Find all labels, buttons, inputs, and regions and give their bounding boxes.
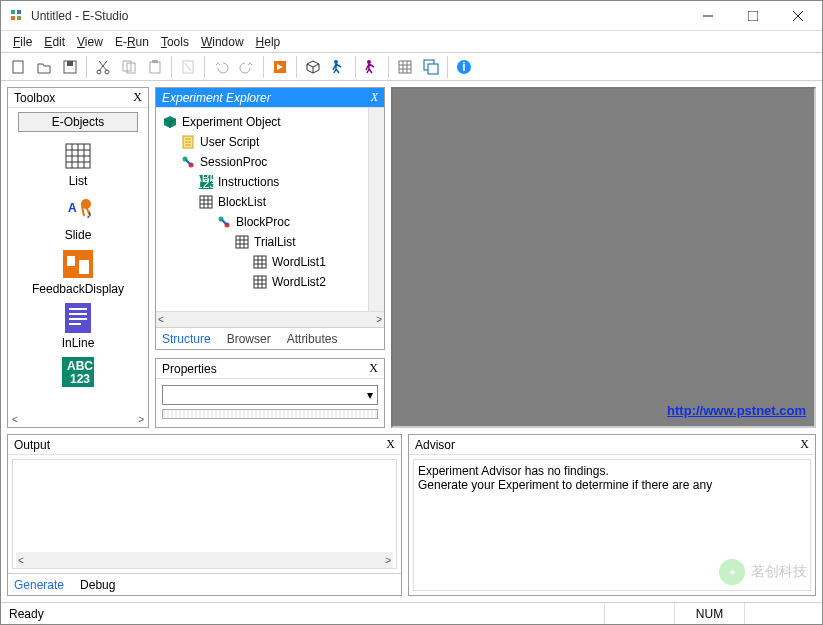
explorer-tabs: Structure Browser Attributes	[156, 327, 384, 349]
list-icon	[252, 274, 268, 290]
copy-icon[interactable]	[117, 55, 141, 79]
app-icon	[9, 8, 25, 24]
feedback-icon	[62, 248, 94, 280]
pstnet-link[interactable]: http://www.pstnet.com	[667, 403, 806, 418]
window-layout-icon[interactable]	[419, 55, 443, 79]
output-hscrollbar[interactable]: <>	[16, 552, 393, 568]
output-close-button[interactable]: X	[386, 437, 395, 452]
package-icon[interactable]	[301, 55, 325, 79]
toolbox-close-button[interactable]: X	[133, 90, 142, 105]
properties-title: Properties X	[156, 359, 384, 379]
svg-text:A: A	[68, 201, 77, 215]
proc-icon	[180, 154, 196, 170]
svg-rect-3	[17, 16, 21, 20]
tool-feedback[interactable]: FeedbackDisplay	[12, 246, 144, 298]
svg-point-20	[334, 60, 338, 64]
delete-icon[interactable]	[176, 55, 200, 79]
abc-icon: ABC123	[198, 174, 214, 190]
generate-icon[interactable]	[268, 55, 292, 79]
tree-node-sessionproc[interactable]: SessionProc	[158, 152, 382, 172]
statusbar: Ready NUM	[1, 602, 822, 624]
tab-structure[interactable]: Structure	[162, 332, 211, 346]
svg-rect-73	[254, 256, 266, 268]
menu-window[interactable]: Window	[195, 33, 250, 51]
explorer-title-label: Experiment Explorer	[162, 91, 271, 105]
info-icon[interactable]: i	[452, 55, 476, 79]
paste-icon[interactable]	[143, 55, 167, 79]
explorer-close-button[interactable]: X	[371, 90, 378, 105]
menu-file[interactable]: File	[7, 33, 38, 51]
tree-node-user-script[interactable]: User Script	[158, 132, 382, 152]
explorer-title: Experiment Explorer X	[156, 88, 384, 108]
tree-node-blocklist[interactable]: BlockList	[158, 192, 382, 212]
tab-debug[interactable]: Debug	[80, 578, 115, 592]
advisor-body: Experiment Advisor has no findings. Gene…	[413, 459, 811, 591]
svg-rect-10	[67, 61, 73, 66]
script-icon	[180, 134, 196, 150]
tree-node-experiment-object[interactable]: Experiment Object	[158, 112, 382, 132]
eobjects-button[interactable]: E-Objects	[18, 112, 138, 132]
tree-hscrollbar[interactable]: <>	[156, 311, 384, 327]
properties-selector[interactable]: ▾	[162, 385, 378, 405]
tree-node-instructions[interactable]: ABC123Instructions	[158, 172, 382, 192]
svg-text:123: 123	[70, 372, 90, 386]
menu-help[interactable]: Help	[250, 33, 287, 51]
toolbox-scrollbar[interactable]: <>	[12, 414, 144, 425]
titlebar: Untitled - E-Studio	[1, 1, 822, 31]
tab-attributes[interactable]: Attributes	[287, 332, 338, 346]
tree-vscrollbar[interactable]	[368, 108, 384, 311]
svg-text:♪: ♪	[86, 207, 92, 221]
maximize-button[interactable]	[730, 2, 775, 30]
tool-list[interactable]: List	[12, 138, 144, 190]
toolbox-title-label: Toolbox	[14, 91, 55, 105]
svg-rect-16	[152, 60, 158, 63]
advisor-close-button[interactable]: X	[800, 437, 809, 452]
tool-slide[interactable]: A♪ Slide	[12, 192, 144, 244]
svg-rect-42	[67, 256, 75, 266]
close-button[interactable]	[775, 2, 820, 30]
tree-node-triallist[interactable]: TrialList	[158, 232, 382, 252]
save-icon[interactable]	[58, 55, 82, 79]
status-ready: Ready	[9, 607, 604, 621]
output-panel: Output X <> Generate Debug	[7, 434, 402, 596]
svg-line-18	[185, 63, 191, 71]
menu-tools[interactable]: Tools	[155, 33, 195, 51]
run-icon[interactable]	[327, 55, 351, 79]
tree-node-wordlist1[interactable]: WordList1	[158, 252, 382, 272]
properties-close-button[interactable]: X	[369, 361, 378, 376]
output-body: <>	[12, 459, 397, 569]
tree-node-blockproc[interactable]: BlockProc	[158, 212, 382, 232]
advisor-title-label: Advisor	[415, 438, 455, 452]
svg-rect-22	[399, 61, 411, 73]
output-title-label: Output	[14, 438, 50, 452]
experiment-tree[interactable]: Experiment Object User Script SessionPro…	[156, 108, 384, 296]
minimize-button[interactable]	[685, 2, 730, 30]
undo-icon[interactable]	[209, 55, 233, 79]
run-alt-icon[interactable]	[360, 55, 384, 79]
svg-rect-5	[748, 11, 758, 21]
tree-node-wordlist2[interactable]: WordList2	[158, 272, 382, 292]
output-title: Output X	[8, 435, 401, 455]
menu-erun[interactable]: E-Run	[109, 33, 155, 51]
tool-text[interactable]: ABC123	[12, 354, 144, 392]
grid-icon[interactable]	[393, 55, 417, 79]
inline-icon	[62, 302, 94, 334]
window-title: Untitled - E-Studio	[31, 9, 685, 23]
properties-panel: Properties X ▾	[155, 358, 385, 428]
redo-icon[interactable]	[235, 55, 259, 79]
svg-rect-61	[200, 196, 212, 208]
menu-view[interactable]: View	[71, 33, 109, 51]
open-icon[interactable]	[32, 55, 56, 79]
chevron-down-icon: ▾	[367, 388, 373, 402]
tab-generate[interactable]: Generate	[14, 578, 64, 592]
tab-browser[interactable]: Browser	[227, 332, 271, 346]
properties-title-label: Properties	[162, 362, 217, 376]
cut-icon[interactable]	[91, 55, 115, 79]
list-icon	[198, 194, 214, 210]
svg-rect-68	[236, 236, 248, 248]
tool-inline[interactable]: InLine	[12, 300, 144, 352]
menu-edit[interactable]: Edit	[38, 33, 71, 51]
slide-icon: A♪	[62, 194, 94, 226]
toolbox-panel: Toolbox X E-Objects List A♪ Slide Feedba…	[7, 87, 149, 428]
new-icon[interactable]	[6, 55, 30, 79]
